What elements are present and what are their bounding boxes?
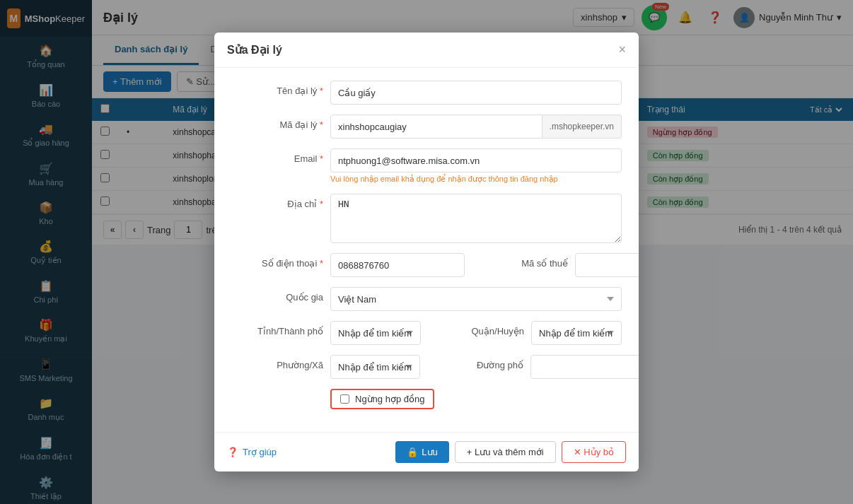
form-group-ma-dai-ly: Mã đại lý * .mshopkeeper.vn [231,115,622,139]
footer-help[interactable]: ❓ Trợ giúp [227,447,277,457]
save-add-button[interactable]: + Lưu và thêm mới [455,441,556,463]
ten-dai-ly-label: Tên đại lý * [231,81,323,96]
save-icon: 🔒 [407,447,418,457]
sdt-label: Số điện thoại * [231,253,323,269]
ngung-hop-dong-checkbox[interactable] [340,394,349,404]
duong-input[interactable] [530,355,639,379]
form-group-tinh: Tỉnh/Thành phố Nhập để tìm kiếm [231,321,421,345]
ngung-hop-dong-spacer [231,389,323,394]
form-row-tinh-quan: Tỉnh/Thành phố Nhập để tìm kiếm Quận/Huy… [231,321,622,355]
form-group-quan: Quận/Huyện Nhập để tìm kiếm [432,321,622,345]
form-group-dia-chi: Địa chỉ * HN [231,194,622,243]
sdt-input[interactable] [330,253,465,277]
ma-so-thue-input[interactable] [575,253,639,277]
form-group-ten-dai-ly: Tên đại lý * [231,81,622,105]
ma-dai-ly-suffix: .mshopkeeper.vn [542,115,622,139]
phuong-label: Phường/Xã [231,355,323,370]
form-group-ma-so-thue: Mã số thuế [476,253,639,277]
email-label: Email * [231,148,323,164]
form-group-sdt: Số điện thoại * [231,253,465,277]
ma-dai-ly-label: Mã đại lý * [231,115,323,130]
quoc-gia-label: Quốc gia [231,287,323,303]
ma-so-thue-label: Mã số thuế [476,253,568,269]
form-group-duong: Đường phố [431,355,639,379]
form-row-phuong-duong: Phường/Xã Nhập để tìm kiếm Đường phố [231,355,622,389]
modal-footer: ❓ Trợ giúp 🔒 Lưu + Lưu và thêm mới ✕ Hủy… [214,432,639,471]
cancel-button[interactable]: ✕ Hủy bỏ [562,441,626,463]
save-button[interactable]: 🔒 Lưu [395,441,448,463]
email-field-wrapper: Vui lòng nhập email khả dụng để nhận đượ… [330,148,622,184]
dia-chi-textarea[interactable]: HN [330,194,622,243]
quan-label: Quận/Huyện [432,321,524,336]
ten-dai-ly-input[interactable] [330,81,622,105]
save-label: Lưu [422,447,437,457]
form-group-email: Email * Vui lòng nhập email khả dụng để … [231,148,622,184]
modal-header: Sửa Đại lý × [214,33,639,68]
ngung-hop-dong-label: Ngừng hợp đồng [355,394,424,404]
duong-label: Đường phố [431,355,523,370]
form-row-sdt-mst: Số điện thoại * Mã số thuế [231,253,622,287]
form-group-quoc-gia: Quốc gia Việt Nam [231,287,622,311]
save-add-label: + Lưu và thêm mới [467,447,544,457]
help-question-icon: ❓ [227,447,238,457]
help-label: Trợ giúp [243,447,277,457]
ngung-hop-dong-wrapper: Ngừng hợp đồng [330,389,434,409]
modal-close-button[interactable]: × [618,42,626,57]
ma-dai-ly-group: .mshopkeeper.vn [330,115,622,139]
form-group-phuong: Phường/Xã Nhập để tìm kiếm [231,355,420,379]
modal-title: Sửa Đại lý [227,43,282,57]
tinh-select[interactable]: Nhập để tìm kiếm [330,321,421,345]
email-input[interactable] [330,148,622,172]
modal-overlay: Sửa Đại lý × Tên đại lý * Mã đại lý * .m… [0,0,853,504]
edit-agent-modal: Sửa Đại lý × Tên đại lý * Mã đại lý * .m… [214,33,639,471]
form-group-ngung-hop-dong: Ngừng hợp đồng [231,389,622,409]
ma-dai-ly-input[interactable] [330,115,542,139]
quan-select[interactable]: Nhập để tìm kiếm [531,321,622,345]
tinh-label: Tỉnh/Thành phố [231,321,323,336]
modal-body: Tên đại lý * Mã đại lý * .mshopkeeper.vn… [214,68,639,432]
cancel-label: ✕ Hủy bỏ [574,447,614,457]
dia-chi-label: Địa chỉ * [231,194,323,209]
email-hint: Vui lòng nhập email khả dụng để nhận đượ… [330,175,622,184]
quoc-gia-select[interactable]: Việt Nam [330,287,622,311]
phuong-select[interactable]: Nhập để tìm kiếm [330,355,420,379]
footer-actions: 🔒 Lưu + Lưu và thêm mới ✕ Hủy bỏ [395,441,626,463]
